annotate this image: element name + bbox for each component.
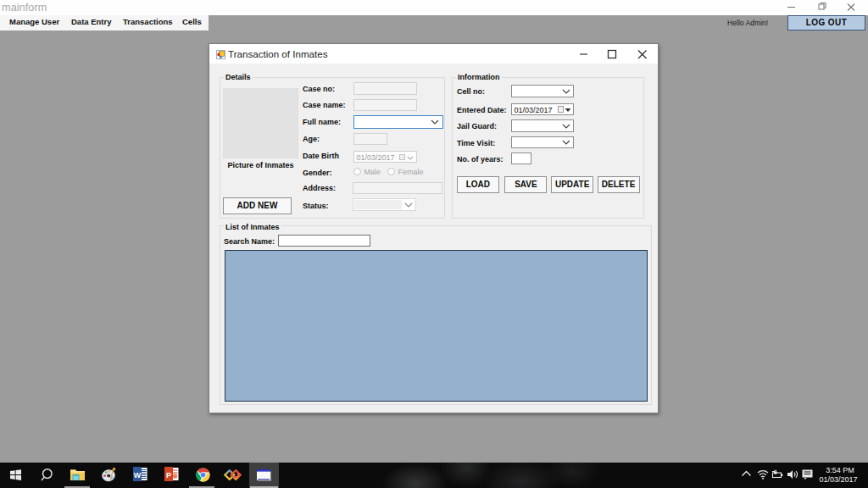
svg-text:P: P: [166, 471, 171, 480]
svg-text:W: W: [134, 471, 142, 480]
